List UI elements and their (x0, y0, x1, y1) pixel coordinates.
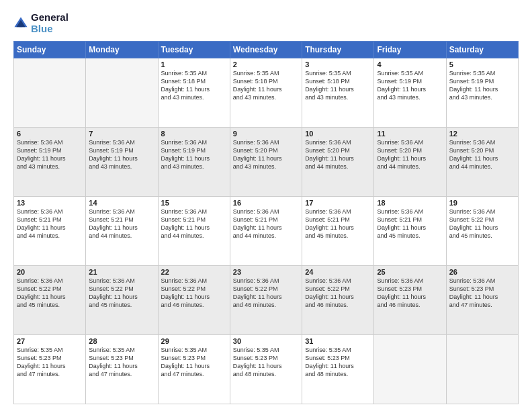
day-info: Sunrise: 5:36 AMSunset: 5:23 PMDaylight:… (449, 277, 515, 310)
calendar-day-cell: 3Sunrise: 5:35 AMSunset: 5:18 PMDaylight… (302, 58, 374, 128)
day-number: 10 (305, 130, 371, 138)
day-number: 28 (89, 337, 154, 345)
day-number: 14 (89, 199, 154, 207)
day-info: Sunrise: 5:36 AMSunset: 5:20 PMDaylight:… (377, 138, 443, 171)
day-number: 7 (89, 130, 154, 138)
calendar-day-cell: 16Sunrise: 5:36 AMSunset: 5:21 PMDayligh… (230, 197, 302, 266)
calendar-day-cell (374, 335, 446, 404)
day-info: Sunrise: 5:36 AMSunset: 5:23 PMDaylight:… (377, 277, 443, 310)
logo-icon (13, 16, 28, 31)
calendar-week-row: 13Sunrise: 5:36 AMSunset: 5:21 PMDayligh… (14, 197, 519, 266)
calendar-day-cell: 31Sunrise: 5:35 AMSunset: 5:23 PMDayligh… (302, 335, 374, 404)
calendar-day-cell: 13Sunrise: 5:36 AMSunset: 5:21 PMDayligh… (14, 197, 86, 266)
calendar-day-cell: 21Sunrise: 5:36 AMSunset: 5:22 PMDayligh… (86, 266, 158, 335)
calendar-day-cell: 24Sunrise: 5:36 AMSunset: 5:22 PMDayligh… (302, 266, 374, 335)
day-number: 24 (305, 268, 371, 276)
day-info: Sunrise: 5:36 AMSunset: 5:22 PMDaylight:… (89, 277, 154, 310)
calendar-day-header: Saturday (446, 42, 518, 58)
calendar-day-cell: 8Sunrise: 5:36 AMSunset: 5:19 PMDaylight… (158, 128, 230, 197)
day-number: 27 (17, 337, 83, 345)
day-number: 8 (161, 130, 227, 138)
day-number: 22 (161, 268, 227, 276)
day-info: Sunrise: 5:36 AMSunset: 5:22 PMDaylight:… (305, 277, 371, 310)
day-info: Sunrise: 5:35 AMSunset: 5:18 PMDaylight:… (305, 69, 371, 102)
day-info: Sunrise: 5:36 AMSunset: 5:20 PMDaylight:… (233, 138, 299, 171)
calendar-day-cell: 29Sunrise: 5:35 AMSunset: 5:23 PMDayligh… (158, 335, 230, 404)
day-number: 30 (233, 337, 299, 345)
day-info: Sunrise: 5:35 AMSunset: 5:18 PMDaylight:… (233, 69, 299, 102)
calendar-header-row: SundayMondayTuesdayWednesdayThursdayFrid… (14, 42, 519, 58)
calendar-day-cell: 6Sunrise: 5:36 AMSunset: 5:19 PMDaylight… (14, 128, 86, 197)
logo: General Blue (13, 12, 69, 34)
calendar-day-cell: 12Sunrise: 5:36 AMSunset: 5:20 PMDayligh… (446, 128, 518, 197)
day-number: 4 (377, 60, 443, 68)
calendar-week-row: 27Sunrise: 5:35 AMSunset: 5:23 PMDayligh… (14, 335, 519, 404)
header: General Blue (13, 12, 519, 34)
day-number: 20 (17, 268, 83, 276)
day-number: 9 (233, 130, 299, 138)
day-number: 3 (305, 60, 371, 68)
day-number: 23 (233, 268, 299, 276)
day-info: Sunrise: 5:36 AMSunset: 5:20 PMDaylight:… (449, 138, 515, 171)
day-info: Sunrise: 5:35 AMSunset: 5:19 PMDaylight:… (377, 69, 443, 102)
day-number: 1 (161, 60, 227, 68)
day-info: Sunrise: 5:35 AMSunset: 5:23 PMDaylight:… (233, 346, 299, 379)
calendar-day-cell: 14Sunrise: 5:36 AMSunset: 5:21 PMDayligh… (86, 197, 158, 266)
page: General Blue SundayMondayTuesdayWednesda… (0, 0, 532, 411)
day-number: 18 (377, 199, 443, 207)
calendar-day-cell: 25Sunrise: 5:36 AMSunset: 5:23 PMDayligh… (374, 266, 446, 335)
calendar-day-cell: 22Sunrise: 5:36 AMSunset: 5:22 PMDayligh… (158, 266, 230, 335)
day-number: 29 (161, 337, 227, 345)
calendar-day-cell: 4Sunrise: 5:35 AMSunset: 5:19 PMDaylight… (374, 58, 446, 128)
day-info: Sunrise: 5:36 AMSunset: 5:19 PMDaylight:… (161, 138, 227, 171)
calendar-day-cell (86, 58, 158, 128)
day-info: Sunrise: 5:36 AMSunset: 5:21 PMDaylight:… (161, 208, 227, 240)
calendar-day-cell: 2Sunrise: 5:35 AMSunset: 5:18 PMDaylight… (230, 58, 302, 128)
calendar-day-header: Sunday (14, 42, 86, 58)
calendar-day-cell: 5Sunrise: 5:35 AMSunset: 5:19 PMDaylight… (446, 58, 518, 128)
day-info: Sunrise: 5:36 AMSunset: 5:22 PMDaylight:… (161, 277, 227, 310)
calendar-day-header: Tuesday (158, 42, 230, 58)
calendar-table: SundayMondayTuesdayWednesdayThursdayFrid… (13, 41, 519, 404)
day-number: 19 (449, 199, 515, 207)
calendar-day-cell: 18Sunrise: 5:36 AMSunset: 5:21 PMDayligh… (374, 197, 446, 266)
day-number: 6 (17, 130, 83, 138)
day-info: Sunrise: 5:36 AMSunset: 5:21 PMDaylight:… (233, 208, 299, 240)
calendar-day-cell: 28Sunrise: 5:35 AMSunset: 5:23 PMDayligh… (86, 335, 158, 404)
day-number: 21 (89, 268, 154, 276)
day-info: Sunrise: 5:35 AMSunset: 5:23 PMDaylight:… (305, 346, 371, 379)
calendar-day-cell: 9Sunrise: 5:36 AMSunset: 5:20 PMDaylight… (230, 128, 302, 197)
calendar-day-cell: 30Sunrise: 5:35 AMSunset: 5:23 PMDayligh… (230, 335, 302, 404)
calendar-day-header: Monday (86, 42, 158, 58)
day-number: 2 (233, 60, 299, 68)
calendar-day-cell: 20Sunrise: 5:36 AMSunset: 5:22 PMDayligh… (14, 266, 86, 335)
calendar-week-row: 1Sunrise: 5:35 AMSunset: 5:18 PMDaylight… (14, 58, 519, 128)
day-number: 16 (233, 199, 299, 207)
day-info: Sunrise: 5:36 AMSunset: 5:19 PMDaylight:… (17, 138, 83, 171)
day-info: Sunrise: 5:35 AMSunset: 5:19 PMDaylight:… (449, 69, 515, 102)
day-info: Sunrise: 5:36 AMSunset: 5:22 PMDaylight:… (17, 277, 83, 310)
day-info: Sunrise: 5:36 AMSunset: 5:21 PMDaylight:… (377, 208, 443, 240)
day-info: Sunrise: 5:36 AMSunset: 5:21 PMDaylight:… (305, 208, 371, 240)
day-info: Sunrise: 5:36 AMSunset: 5:19 PMDaylight:… (89, 138, 154, 171)
calendar-week-row: 20Sunrise: 5:36 AMSunset: 5:22 PMDayligh… (14, 266, 519, 335)
calendar-day-cell: 27Sunrise: 5:35 AMSunset: 5:23 PMDayligh… (14, 335, 86, 404)
calendar-day-cell: 17Sunrise: 5:36 AMSunset: 5:21 PMDayligh… (302, 197, 374, 266)
day-info: Sunrise: 5:36 AMSunset: 5:22 PMDaylight:… (449, 208, 515, 240)
svg-rect-2 (19, 24, 22, 27)
calendar-day-cell: 10Sunrise: 5:36 AMSunset: 5:20 PMDayligh… (302, 128, 374, 197)
day-info: Sunrise: 5:36 AMSunset: 5:22 PMDaylight:… (233, 277, 299, 310)
day-info: Sunrise: 5:35 AMSunset: 5:23 PMDaylight:… (161, 346, 227, 379)
calendar-day-cell: 23Sunrise: 5:36 AMSunset: 5:22 PMDayligh… (230, 266, 302, 335)
day-info: Sunrise: 5:36 AMSunset: 5:21 PMDaylight:… (89, 208, 154, 240)
calendar-day-cell (446, 335, 518, 404)
day-number: 15 (161, 199, 227, 207)
calendar-day-cell: 11Sunrise: 5:36 AMSunset: 5:20 PMDayligh… (374, 128, 446, 197)
calendar-day-cell (14, 58, 86, 128)
day-number: 26 (449, 268, 515, 276)
day-number: 17 (305, 199, 371, 207)
day-info: Sunrise: 5:35 AMSunset: 5:18 PMDaylight:… (161, 69, 227, 102)
calendar-day-cell: 1Sunrise: 5:35 AMSunset: 5:18 PMDaylight… (158, 58, 230, 128)
calendar-day-header: Friday (374, 42, 446, 58)
day-info: Sunrise: 5:35 AMSunset: 5:23 PMDaylight:… (17, 346, 83, 379)
